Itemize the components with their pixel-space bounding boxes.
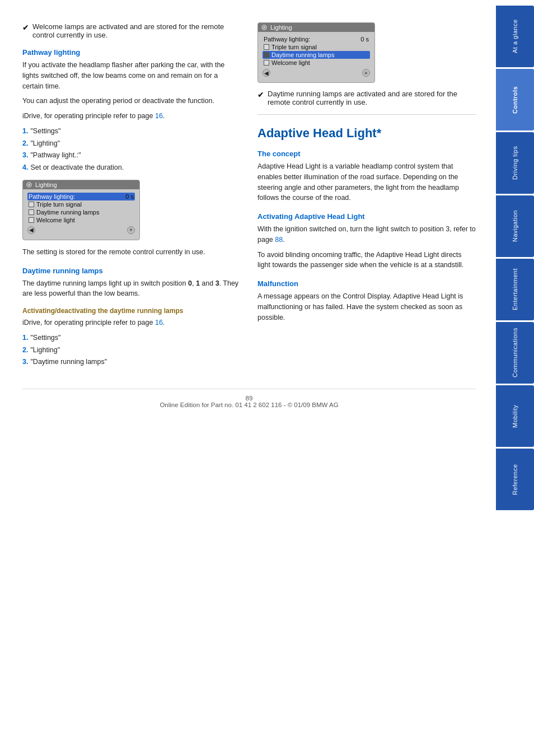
activating-idrive: iDrive, for operating principle refer to… bbox=[22, 318, 241, 328]
activating-idrive-link[interactable]: 16 bbox=[155, 319, 163, 326]
tab-controls[interactable]: Controls bbox=[496, 69, 534, 130]
page-number: 89 bbox=[22, 395, 476, 402]
activating-ahl-p2: To avoid blinding oncoming traffic, the … bbox=[257, 250, 476, 271]
right-column: Lighting Pathway lighting: 0 s Triple tu… bbox=[257, 22, 476, 372]
screen1-row-0: Pathway lighting: 0 s bbox=[27, 193, 135, 200]
tab-entertainment[interactable]: Entertainment bbox=[496, 259, 534, 320]
screen1-row-1: Triple turn signal bbox=[27, 200, 135, 208]
pathway-step-3: 3."Pathway light.:" bbox=[22, 150, 241, 161]
screen2-title-bar: Lighting bbox=[258, 23, 374, 32]
main-content: ✔ Welcome lamps are activated and are st… bbox=[0, 0, 487, 756]
tab-reference[interactable]: Reference bbox=[496, 449, 534, 510]
pathway-step-2: 2."Lighting" bbox=[22, 138, 241, 149]
tab-driving-tips[interactable]: Driving tips bbox=[496, 132, 534, 194]
malfunction-p: A message appears on the Control Display… bbox=[257, 291, 476, 323]
pathway-p1: If you activate the headlamp flasher aft… bbox=[22, 60, 241, 91]
checkbox2-daytime bbox=[264, 52, 269, 58]
tab-mobility[interactable]: Mobility bbox=[496, 385, 534, 447]
screen1-title-bar: Lighting bbox=[23, 180, 139, 189]
activating-ahl-p1: With the ignition switched on, turn the … bbox=[257, 224, 476, 245]
ahl-page-link[interactable]: 88 bbox=[275, 236, 283, 244]
checkbox2-triple bbox=[264, 44, 269, 50]
section-divider bbox=[257, 114, 476, 115]
malfunction-heading: Malfunction bbox=[257, 279, 476, 288]
screen2-title: Lighting bbox=[270, 24, 292, 31]
screen-1: Lighting Pathway lighting: 0 s Triple tu… bbox=[22, 180, 140, 240]
right-sidebar: At a glance Controls Driving tips Naviga… bbox=[487, 0, 534, 756]
pathway-idrive: iDrive, for operating principle refer to… bbox=[22, 111, 241, 122]
daytime-p1: The daytime running lamps light up in sw… bbox=[22, 278, 241, 300]
screen1-left-btn: ◀ bbox=[27, 226, 35, 234]
checkmark-intro: ✔ Welcome lamps are activated and are st… bbox=[22, 22, 241, 39]
screen2-plus-btn: + bbox=[362, 69, 370, 77]
activating-step-3: 3."Daytime running lamps" bbox=[22, 357, 241, 367]
screen2-row-1: Triple turn signal bbox=[263, 43, 370, 51]
pathway-idrive-link[interactable]: 16 bbox=[155, 112, 163, 120]
pathway-steps: 1."Settings" 2."Lighting" 3."Pathway lig… bbox=[22, 126, 241, 173]
screen2-row-3: Welcome light bbox=[263, 59, 370, 67]
checkmark-icon: ✔ bbox=[22, 23, 29, 32]
tab-navigation[interactable]: Navigation bbox=[496, 195, 534, 257]
activating-step-1: 1."Settings" bbox=[22, 333, 241, 343]
svg-point-1 bbox=[28, 184, 30, 186]
daytime-heading: Daytime running lamps bbox=[22, 267, 241, 275]
gear-icon bbox=[26, 181, 32, 188]
screen1-row-3: Welcome light bbox=[27, 216, 135, 224]
page-footer: 89 Online Edition for Part no. 01 41 2 6… bbox=[22, 389, 476, 408]
screen1-row-2: Daytime running lamps bbox=[27, 208, 135, 216]
activating-steps: 1."Settings" 2."Lighting" 3."Daytime run… bbox=[22, 333, 241, 367]
concept-p: Adaptive Head Light is a variable headla… bbox=[257, 161, 476, 203]
screen1-title: Lighting bbox=[35, 181, 57, 188]
tab-communications[interactable]: Communications bbox=[496, 322, 534, 384]
pathway-step-1: 1."Settings" bbox=[22, 126, 241, 137]
store-note: The setting is stored for the remote con… bbox=[22, 247, 241, 258]
activating-heading: Activating/deactivating the daytime runn… bbox=[22, 307, 241, 315]
screen2-left-btn: ◀ bbox=[263, 69, 270, 77]
pathway-heading: Pathway lighting bbox=[22, 48, 241, 57]
checkbox-triple bbox=[29, 202, 34, 207]
concept-heading: The concept bbox=[257, 150, 476, 158]
screen2-row-0: Pathway lighting: 0 s bbox=[263, 35, 370, 43]
checkmark2-text: Daytime running lamps are activated and … bbox=[268, 90, 476, 106]
left-column: ✔ Welcome lamps are activated and are st… bbox=[22, 22, 241, 372]
checkbox-welcome bbox=[29, 217, 34, 223]
pathway-p2: You can adjust the operating period or d… bbox=[22, 96, 241, 106]
checkbox-daytime bbox=[29, 209, 34, 215]
pathway-step-4: 4.Set or deactivate the duration. bbox=[22, 162, 241, 173]
adaptive-heading: Adaptive Head Light* bbox=[257, 126, 476, 141]
checkmark-intro-text: Welcome lamps are activated and are stor… bbox=[32, 22, 241, 39]
screen-2: Lighting Pathway lighting: 0 s Triple tu… bbox=[257, 22, 375, 83]
activating-ahl-heading: Activating Adaptive Head Light bbox=[257, 212, 476, 221]
edition-text: Online Edition for Part no. 01 41 2 602 … bbox=[22, 402, 476, 408]
activating-step-2: 2."Lighting" bbox=[22, 345, 241, 356]
checkmark-2: ✔ Daytime running lamps are activated an… bbox=[257, 90, 476, 106]
gear-icon-2 bbox=[261, 24, 268, 31]
screen2-row-2: Daytime running lamps bbox=[263, 51, 370, 59]
svg-point-3 bbox=[263, 26, 265, 29]
tab-at-a-glance[interactable]: At a glance bbox=[496, 6, 534, 67]
screen1-plus-btn: + bbox=[127, 226, 135, 234]
checkmark-icon-2: ✔ bbox=[257, 90, 264, 99]
checkbox2-welcome bbox=[264, 60, 269, 66]
